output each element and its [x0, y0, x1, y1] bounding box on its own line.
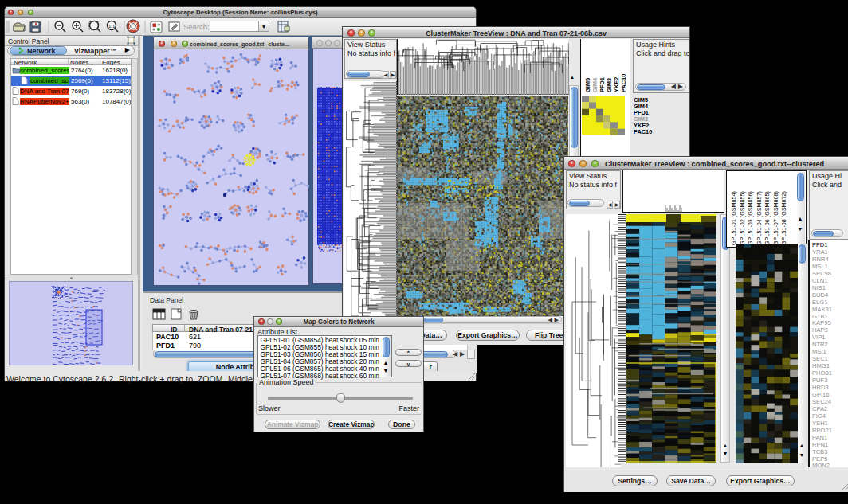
svg-text:1:1: 1:1 — [108, 24, 116, 29]
